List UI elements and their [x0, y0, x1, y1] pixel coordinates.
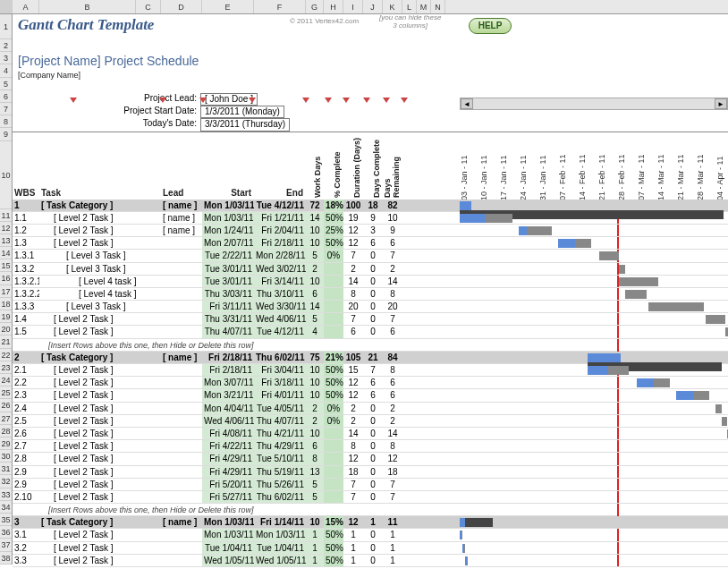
- start-cell[interactable]: Fri 2/18/11: [202, 352, 254, 363]
- row-header[interactable]: 12: [0, 222, 12, 234]
- start-cell[interactable]: Thu 3/03/11: [202, 288, 254, 300]
- task-cell[interactable]: [ Level 2 Task ]: [39, 415, 161, 427]
- end-cell[interactable]: Thu 5/19/11: [254, 466, 306, 478]
- lead-cell[interactable]: [161, 428, 202, 439]
- task-cell[interactable]: [ Level 4 task ]: [39, 288, 161, 300]
- wbs-cell[interactable]: 1: [13, 200, 39, 211]
- start-cell[interactable]: Mon 4/04/11: [202, 403, 254, 414]
- task-cell[interactable]: [ Level 2 Task ]: [39, 466, 161, 478]
- start-cell[interactable]: Fri 5/27/11: [202, 491, 254, 503]
- wbs-cell[interactable]: 1.3.2: [13, 263, 39, 275]
- wbs-cell[interactable]: 1.5: [13, 326, 39, 337]
- end-cell[interactable]: Thu 3/10/11: [254, 288, 306, 300]
- duration-cell[interactable]: 14: [343, 428, 363, 439]
- days-remaining-cell[interactable]: 14: [383, 276, 402, 287]
- table-row[interactable]: 2.4[ Level 2 Task ]Mon 4/04/11Tue 4/05/1…: [13, 403, 728, 415]
- row-header[interactable]: 8: [0, 115, 12, 128]
- workdays-cell[interactable]: 10: [306, 516, 324, 528]
- duration-cell[interactable]: 12: [343, 377, 363, 388]
- workdays-cell[interactable]: 5: [306, 313, 324, 325]
- start-cell[interactable]: Fri 4/08/11: [202, 428, 254, 439]
- row-header[interactable]: 32: [0, 475, 12, 488]
- start-cell[interactable]: Wed 4/06/11: [202, 415, 254, 427]
- table-row[interactable]: 2.8[ Level 2 Task ]Fri 4/29/11Tue 5/10/1…: [13, 453, 728, 465]
- workdays-cell[interactable]: 10: [306, 225, 324, 236]
- wbs-cell[interactable]: 2: [13, 352, 39, 363]
- start-cell[interactable]: Tue 3/01/11: [202, 263, 254, 275]
- workdays-cell[interactable]: 4: [306, 326, 324, 337]
- wbs-cell[interactable]: 3.2: [13, 542, 39, 554]
- days-remaining-cell[interactable]: 82: [383, 200, 402, 211]
- duration-cell[interactable]: 12: [343, 225, 363, 236]
- days-remaining-cell[interactable]: 14: [383, 428, 402, 439]
- days-remaining-cell[interactable]: 84: [383, 352, 402, 363]
- workdays-cell[interactable]: 5: [306, 250, 324, 261]
- table-row[interactable]: 1.3.3[ Level 3 Task ]Fri 3/11/11Wed 3/30…: [13, 301, 728, 313]
- end-cell[interactable]: Mon 2/28/11: [254, 250, 306, 261]
- duration-cell[interactable]: 20: [343, 301, 363, 312]
- end-cell[interactable]: Tue 4/12/11: [254, 200, 306, 211]
- duration-cell[interactable]: 6: [343, 326, 363, 337]
- end-cell[interactable]: Fri 2/18/11: [254, 237, 306, 249]
- duration-cell[interactable]: 1: [343, 542, 363, 554]
- header-lead[interactable]: Lead: [161, 132, 202, 200]
- start-cell[interactable]: Tue 2/22/11: [202, 250, 254, 261]
- days-remaining-cell[interactable]: 1: [383, 529, 402, 540]
- project-title[interactable]: [Project Name] Project Schedule: [13, 52, 728, 70]
- days-complete-cell[interactable]: 0: [363, 326, 383, 337]
- insert-row-hint[interactable]: [Insert Rows above this one, then Hide o…: [13, 504, 728, 516]
- lead-cell[interactable]: [161, 479, 202, 490]
- task-cell[interactable]: [ Level 2 Task ]: [39, 389, 161, 401]
- end-cell[interactable]: Fri 3/04/11: [254, 364, 306, 376]
- days-remaining-cell[interactable]: 18: [383, 466, 402, 478]
- wbs-cell[interactable]: 2.10: [13, 491, 39, 503]
- pct-cell[interactable]: [324, 428, 343, 439]
- table-row[interactable]: 2.9[ Level 2 Task ]Fri 5/20/11Thu 5/26/1…: [13, 479, 728, 491]
- days-complete-cell[interactable]: 0: [363, 453, 383, 464]
- start-cell[interactable]: Thu 4/07/11: [202, 326, 254, 337]
- lead-cell[interactable]: [161, 440, 202, 452]
- pct-cell[interactable]: [324, 313, 343, 325]
- wbs-cell[interactable]: 2.1: [13, 364, 39, 376]
- row-header[interactable]: 38: [0, 552, 12, 565]
- row-header[interactable]: 1: [0, 14, 12, 39]
- pct-cell[interactable]: 50%: [324, 237, 343, 249]
- lead-cell[interactable]: [161, 377, 202, 388]
- insert-row-hint[interactable]: [Insert Rows above this one, then Hide o…: [13, 339, 728, 352]
- table-row[interactable]: 2.5[ Level 2 Task ]Wed 4/06/11Thu 4/07/1…: [13, 415, 728, 428]
- lead-cell[interactable]: [161, 326, 202, 337]
- row-header[interactable]: 28: [0, 425, 12, 437]
- lead-cell[interactable]: [161, 389, 202, 401]
- workdays-cell[interactable]: 14: [306, 301, 324, 312]
- days-remaining-cell[interactable]: 2: [383, 263, 402, 275]
- help-button[interactable]: HELP: [469, 18, 512, 34]
- days-complete-cell[interactable]: 0: [363, 415, 383, 427]
- header-task[interactable]: Task: [39, 132, 161, 200]
- workdays-cell[interactable]: 6: [306, 288, 324, 300]
- table-row[interactable]: 3.2[ Level 2 Task ]Tue 1/04/11Tue 1/04/1…: [13, 542, 728, 555]
- lead-cell[interactable]: [161, 415, 202, 427]
- wbs-cell[interactable]: 2.9: [13, 479, 39, 490]
- start-cell[interactable]: Mon 3/21/11: [202, 389, 254, 401]
- task-cell[interactable]: [ Task Category ]: [39, 352, 161, 363]
- days-complete-cell[interactable]: 0: [363, 263, 383, 275]
- lead-cell[interactable]: [161, 403, 202, 414]
- header-days-complete[interactable]: Days Complete: [363, 133, 383, 200]
- wbs-cell[interactable]: 2.5: [13, 415, 39, 427]
- duration-cell[interactable]: 2: [343, 403, 363, 414]
- days-complete-cell[interactable]: 18: [363, 200, 383, 211]
- task-cell[interactable]: [ Level 2 Task ]: [39, 212, 161, 224]
- days-complete-cell[interactable]: 7: [363, 364, 383, 376]
- row-header[interactable]: 6: [0, 90, 12, 103]
- row-header[interactable]: 14: [0, 247, 12, 259]
- lead-cell[interactable]: [161, 364, 202, 376]
- pct-cell[interactable]: 50%: [324, 377, 343, 388]
- wbs-cell[interactable]: 2.4: [13, 403, 39, 414]
- days-complete-cell[interactable]: 6: [363, 377, 383, 388]
- row-header[interactable]: 21: [0, 335, 12, 348]
- wbs-cell[interactable]: 3.3: [13, 555, 39, 566]
- row-header[interactable]: 31: [0, 463, 12, 475]
- pct-cell[interactable]: [324, 466, 343, 478]
- start-cell[interactable]: Mon 1/03/11: [202, 529, 254, 540]
- start-cell[interactable]: Mon 1/03/11: [202, 516, 254, 528]
